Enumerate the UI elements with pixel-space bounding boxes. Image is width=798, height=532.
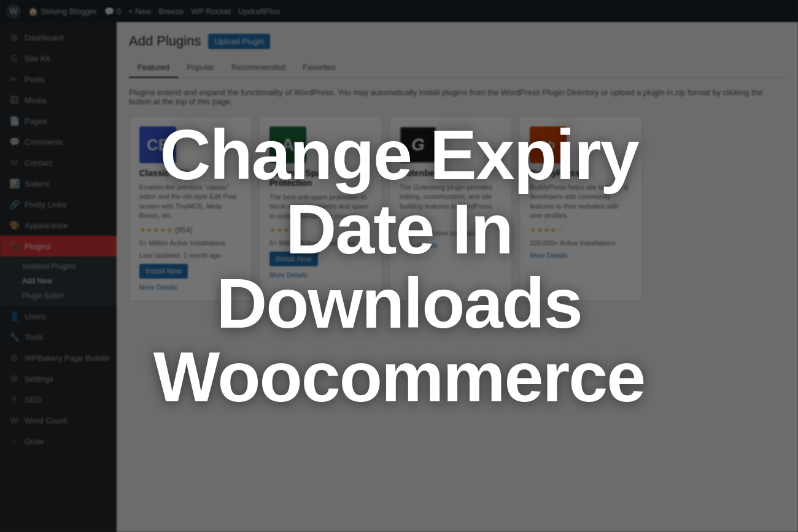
submenu-add-new: Add New (0, 274, 117, 288)
plugins-submenu: Installed Plugins Add New Plugin Editor (0, 256, 117, 306)
plugin-area: Plugins extend and expand the functional… (117, 78, 798, 311)
buddypress-icon: bb (530, 126, 567, 163)
upload-plugin-button[interactable]: Upload Plugin (208, 34, 270, 49)
tools-icon: 🔧 (9, 331, 20, 342)
plugins-icon: 🔌 (9, 241, 20, 252)
plugin-card-akismet: A Akismet Spam Protection The best anti-… (259, 116, 382, 301)
plugins-grid: CE Classic Editor Enables the previous "… (129, 116, 786, 301)
buddypress-installs: 200,000+ Active Installations (530, 239, 632, 247)
gutenberg-icon: G (400, 126, 436, 163)
classic-editor-updated: Last Updated: 1 month ago (139, 252, 241, 259)
dashboard-icon: ⊞ (9, 32, 20, 43)
sidebar-item-tools: 🔧 Tools (0, 326, 117, 347)
classic-editor-stars: ★★★★★ (954) (139, 226, 241, 234)
sidebar-item-media: 🖼 Media (0, 90, 117, 110)
buddypress-name: BuddyPress (530, 168, 632, 178)
classic-editor-installs: 5+ Million Active Installations (139, 239, 241, 247)
akismet-stars: ★★★★½ (269, 226, 371, 234)
comments-count: 💬 0 (104, 7, 121, 16)
plugin-card-classic-editor: CE Classic Editor Enables the previous "… (129, 116, 252, 301)
sidebar-item-grow: ↑ Grow (0, 431, 117, 452)
posts-icon: ✏ (9, 74, 20, 85)
updraftplus-plugin: UpdraftPlus (238, 7, 280, 16)
page-title: Add Plugins (129, 33, 201, 49)
sidebar-item-pages: 📄 Pages (0, 110, 117, 131)
appearance-icon: 🎨 (9, 220, 20, 231)
seo-icon: Y (9, 394, 20, 405)
buddypress-desc: BuddyPress helps site builders & develop… (530, 183, 632, 221)
sidebar-item-wpbakery: ⚙ WPBakery Page Builder (0, 347, 117, 368)
classic-editor-icon: CE (139, 126, 176, 163)
tabs-nav: Featured Popular Recommended Favorites (129, 58, 786, 78)
gutenberg-installs: 300,000+ Active Installations (400, 229, 502, 237)
comments-icon: 💬 (9, 136, 20, 147)
background-screenshot: W 🏠 Striving Blogger 💬 0 + New Breeze WP… (0, 0, 798, 532)
tab-popular[interactable]: Popular (178, 58, 223, 78)
submenu-installed: Installed Plugins (0, 259, 117, 274)
sidebar-item-comments: 💬 Comments (0, 131, 117, 152)
sidebar-item-dashboard: ⊞ Dashboard (0, 27, 117, 48)
grow-icon: ↑ (9, 436, 20, 447)
word-count-icon: W (9, 415, 20, 426)
admin-sidebar: ⊞ Dashboard G Site Kit ✏ Posts 🖼 Media 📄… (0, 22, 117, 532)
akismet-desc: The best anti-spam protection to block s… (269, 193, 371, 221)
breeze-plugin: Breeze (158, 7, 184, 16)
sidebar-item-pretty-links: 🔗 Pretty Links (0, 194, 117, 215)
sidebar-item-seo: Y SEO (0, 389, 117, 410)
plugin-card-gutenberg: G Gutenberg The Gutenberg plugin provide… (389, 116, 512, 301)
buddypress-more-details[interactable]: More Details (530, 252, 632, 259)
classic-editor-install-button[interactable]: Install Now (139, 264, 188, 279)
gutenberg-desc: The Gutenberg plugin provides editing, c… (400, 183, 502, 211)
tab-favorites[interactable]: Favorites (294, 58, 344, 78)
sidebar-item-contact: ✉ Contact (0, 152, 117, 173)
page-header: Add Plugins Upload Plugin (117, 22, 798, 58)
wp-logo-icon: W (6, 4, 21, 18)
sidebar-item-posts: ✏ Posts (0, 69, 117, 90)
sidebar-item-word-count: W Word Count (0, 410, 117, 431)
sidebar-item-appearance: 🎨 Appearance (0, 215, 117, 236)
admin-bar: W 🏠 Striving Blogger 💬 0 + New Breeze WP… (0, 0, 798, 22)
media-icon: 🖼 (9, 94, 20, 106)
main-content: Add Plugins Upload Plugin Featured Popul… (117, 22, 798, 532)
sidebar-item-sitekit: G Site Kit (0, 48, 117, 69)
classic-editor-more-details[interactable]: More Details (139, 283, 241, 291)
gutenberg-more-details[interactable]: More Details (400, 242, 502, 249)
gutenberg-stars: ★★★☆☆ (400, 216, 502, 225)
akismet-more-details[interactable]: More Details (269, 271, 371, 279)
akismet-icon: A (269, 126, 306, 163)
contact-icon: ✉ (9, 157, 20, 168)
sidebar-menu: ⊞ Dashboard G Site Kit ✏ Posts 🖼 Media 📄… (0, 22, 117, 452)
classic-editor-desc: Enables the previous "classic" editor an… (139, 183, 241, 221)
site-name: 🏠 Striving Blogger (28, 7, 97, 16)
submenu-editor: Plugin Editor (0, 288, 117, 303)
akismet-name: Akismet Spam Protection (269, 168, 371, 188)
gutenberg-name: Gutenberg (400, 168, 502, 178)
tab-featured[interactable]: Featured (129, 58, 178, 78)
salient-icon: 📊 (9, 178, 20, 189)
wp-rocket-plugin: WP Rocket (191, 7, 231, 16)
settings-icon: ⚙ (9, 373, 20, 384)
pretty-links-icon: 🔗 (9, 199, 20, 210)
new-item: + New (128, 7, 151, 16)
users-icon: 👤 (9, 310, 20, 322)
pages-icon: 📄 (9, 115, 20, 126)
sidebar-item-plugins: 🔌 Plugins (0, 236, 117, 256)
sidebar-item-salient: 📊 Salient (0, 173, 117, 194)
sidebar-item-settings: ⚙ Settings (0, 368, 117, 389)
sidebar-item-users: 👤 Users (0, 306, 117, 326)
sitekit-icon: G (9, 53, 20, 64)
plugin-intro-text: Plugins extend and expand the functional… (129, 88, 786, 106)
akismet-installs: 5+ Million Active Installations (269, 239, 371, 247)
akismet-install-button[interactable]: Install Now (269, 252, 318, 266)
buddypress-stars: ★★★★☆ (530, 226, 632, 234)
plugin-card-buddypress: bb BuddyPress BuddyPress helps site buil… (519, 116, 642, 301)
tab-recommended[interactable]: Recommended (223, 58, 294, 78)
wpbakery-icon: ⚙ (9, 352, 20, 363)
classic-editor-name: Classic Editor (139, 168, 241, 178)
